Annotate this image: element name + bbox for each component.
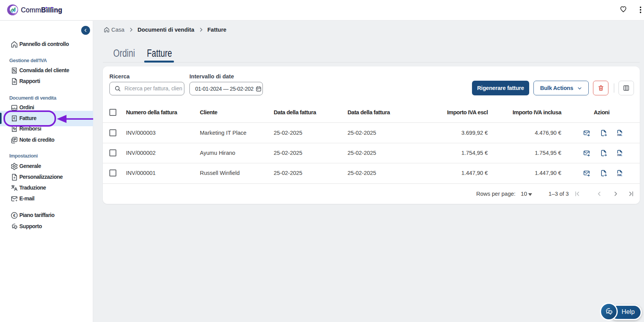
svg-text:XML: XML (617, 154, 622, 156)
svg-text:€: € (13, 214, 15, 218)
svg-text:XML: XML (617, 174, 622, 176)
svg-text:XML: XML (617, 134, 622, 136)
